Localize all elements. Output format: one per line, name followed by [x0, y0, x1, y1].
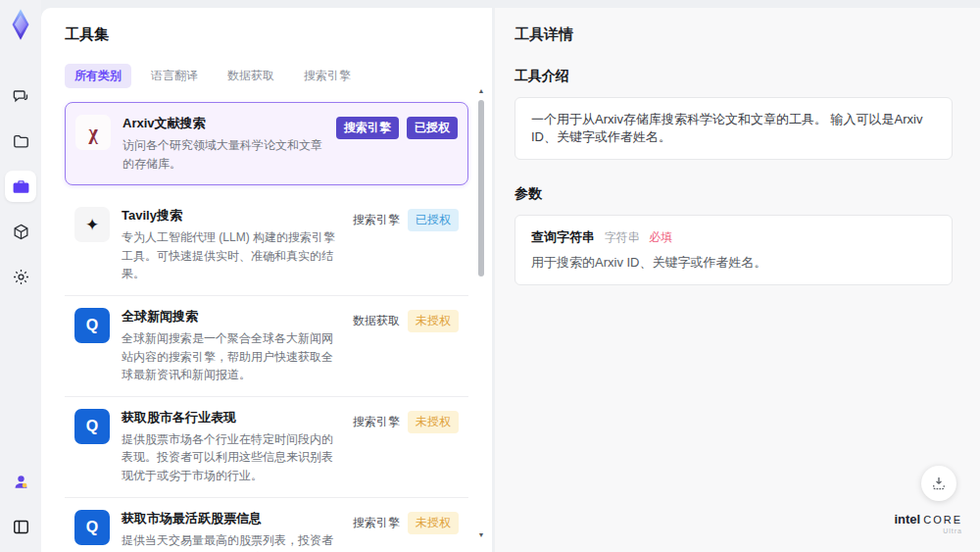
tool-card-arxiv[interactable]: χ Arxiv文献搜索 访问各个研究领域大量科学论文和文章的存储库。 搜索引擎 …: [65, 102, 468, 185]
auth-status-badge: 未授权: [408, 411, 459, 433]
tool-card-active-stocks[interactable]: Q 获取市场最活跃股票信息 提供当天交易量最高的股票列表，投资者可以利用这些信息…: [65, 498, 468, 552]
tool-name: 获取市场最活跃股票信息: [122, 510, 343, 527]
tool-description: 全球新闻搜索是一个聚合全球各大新闻网站内容的搜索引擎，帮助用户快速获取全球最新资…: [122, 329, 343, 384]
param-description: 用于搜索的Arxiv ID、关键字或作者姓名。: [531, 254, 936, 272]
scrollbar-thumb[interactable]: [478, 100, 484, 276]
news-search-logo-icon: Q: [74, 308, 110, 343]
sidebar-item-panel-toggle[interactable]: [5, 511, 36, 542]
tool-intro-box: 一个用于从Arxiv存储库搜索科学论文和文章的工具。 输入可以是Arxiv ID…: [514, 97, 953, 160]
page-title: 工具集: [65, 25, 468, 44]
category-badge: 搜索引擎: [336, 117, 399, 139]
params-heading: 参数: [514, 185, 953, 203]
news-search-logo-icon: Q: [74, 409, 110, 444]
category-label: 搜索引擎: [353, 414, 400, 430]
scroll-down-arrow[interactable]: ▼: [476, 530, 486, 540]
core-wordmark: CORE: [923, 515, 962, 526]
tool-description: 专为人工智能代理 (LLM) 构建的搜索引擎工具。可快速提供实时、准确和真实的结…: [122, 228, 343, 283]
auth-status-badge: 未授权: [408, 310, 459, 332]
auth-status-badge: 未授权: [408, 512, 459, 534]
category-label: 数据获取: [353, 313, 400, 329]
tool-description: 提供当天交易量最高的股票列表，投资者可以利用这些信息来识别流动性强的股票和潜在的…: [122, 531, 343, 552]
app-logo-icon: [6, 8, 35, 41]
sidebar-item-settings[interactable]: [5, 261, 36, 292]
sidebar-item-chat[interactable]: [5, 80, 36, 112]
sidebar-item-files[interactable]: [5, 125, 36, 157]
arxiv-logo-icon: χ: [75, 115, 111, 150]
tool-card-global-news[interactable]: Q 全球新闻搜索 全球新闻搜索是一个聚合全球各大新闻网站内容的搜索引擎，帮助用户…: [65, 296, 468, 397]
tool-name: 全球新闻搜索: [122, 308, 343, 326]
sidebar-item-packages[interactable]: [5, 216, 36, 247]
folder-icon: [12, 132, 30, 151]
gear-icon: [12, 268, 30, 286]
intel-core-logo: intel CORE Ultra: [894, 513, 962, 534]
scroll-up-arrow[interactable]: ▲: [476, 86, 486, 96]
tool-card-sector-performance[interactable]: Q 获取股市各行业表现 提供股票市场各个行业在特定时间段内的表现。投资者可以利用…: [65, 397, 468, 498]
cube-icon: [12, 223, 30, 241]
tool-name: Tavily搜索: [122, 207, 343, 225]
category-label: 搜索引擎: [353, 212, 400, 228]
ultra-wordmark: Ultra: [894, 527, 962, 534]
tool-description: 访问各个研究领域大量科学论文和文章的存储库。: [122, 136, 326, 173]
sidebar-item-account[interactable]: [5, 466, 36, 497]
tavily-logo-icon: ✦: [74, 207, 110, 242]
tab-search-engine[interactable]: 搜索引擎: [294, 64, 361, 88]
tool-detail-panel: 工具详情 工具介绍 一个用于从Arxiv存储库搜索科学论文和文章的工具。 输入可…: [495, 8, 980, 552]
category-tabs: 所有类别 语言翻译 数据获取 搜索引擎: [65, 64, 468, 88]
tool-list-panel: 工具集 所有类别 语言翻译 数据获取 搜索引擎 χ Arxiv文献搜索 访问各个…: [41, 8, 492, 552]
download-button[interactable]: [921, 466, 956, 501]
sidebar-item-tools[interactable]: [5, 171, 36, 202]
download-icon: [930, 475, 948, 492]
chat-icon: [12, 87, 30, 106]
auth-status-badge: 已授权: [408, 209, 459, 231]
tab-all-categories[interactable]: 所有类别: [65, 64, 131, 88]
category-label: 搜索引擎: [353, 515, 400, 531]
intel-wordmark: intel: [894, 513, 920, 526]
app-sidebar: [0, 0, 41, 552]
intro-heading: 工具介绍: [514, 68, 953, 85]
list-scrollbar[interactable]: ▲ ▼: [476, 86, 486, 540]
param-required-flag: 必填: [649, 230, 672, 244]
briefcase-icon: [12, 177, 30, 196]
auth-status-badge: 已授权: [407, 117, 458, 139]
tab-language-translation[interactable]: 语言翻译: [141, 64, 208, 88]
param-name: 查询字符串: [531, 229, 595, 244]
panel-toggle-icon: [12, 518, 30, 536]
news-search-logo-icon: Q: [74, 510, 110, 545]
avatar-icon: [12, 473, 30, 491]
detail-title: 工具详情: [514, 25, 953, 44]
tool-name: Arxiv文献搜索: [122, 115, 326, 132]
tab-data-fetch[interactable]: 数据获取: [218, 64, 284, 88]
tool-card-tavily[interactable]: ✦ Tavily搜索 专为人工智能代理 (LLM) 构建的搜索引擎工具。可快速提…: [65, 195, 468, 296]
tool-description: 提供股票市场各个行业在特定时间段内的表现。投资者可以利用这些信息来识别表现优于或…: [122, 430, 343, 485]
param-header: 查询字符串 字符串 必填: [531, 228, 936, 246]
param-type: 字符串: [605, 230, 640, 244]
param-card: 查询字符串 字符串 必填 用于搜索的Arxiv ID、关键字或作者姓名。: [514, 215, 953, 285]
tool-name: 获取股市各行业表现: [122, 409, 343, 427]
